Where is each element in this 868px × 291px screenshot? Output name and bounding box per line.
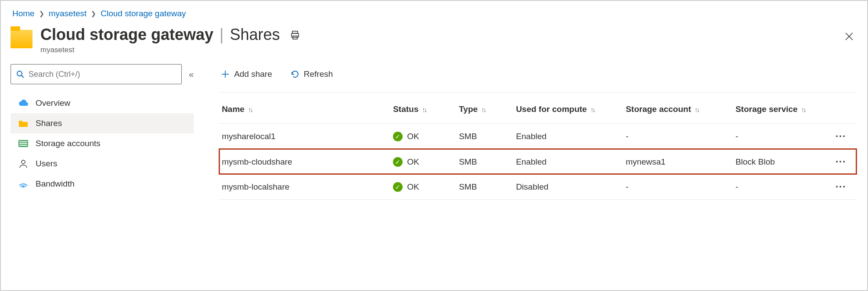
cell-compute: Disabled	[516, 182, 626, 192]
chevron-right-icon: ❯	[39, 10, 44, 17]
sidebar-item-overview[interactable]: Overview	[11, 93, 194, 113]
col-service[interactable]: Storage service ↑↓	[735, 104, 828, 114]
refresh-button[interactable]: Refresh	[289, 67, 335, 82]
col-service-label: Storage service	[735, 104, 798, 114]
sidebar-item-label: Bandwidth	[36, 179, 75, 189]
table-body: mysharelocal1✓OKSMBEnabled--···mysmb-clo…	[219, 123, 857, 200]
page-subtitle: myasetest	[40, 46, 280, 54]
refresh-icon	[291, 70, 299, 79]
col-status-label: Status	[393, 104, 418, 114]
status-ok-icon: ✓	[393, 157, 403, 167]
cell-compute: Enabled	[516, 132, 626, 141]
title-sub: Shares	[230, 25, 280, 44]
search-box[interactable]	[11, 64, 182, 84]
title-separator: |	[220, 25, 223, 44]
cell-name: mysmb-localshare	[222, 182, 393, 192]
status-ok-icon: ✓	[393, 182, 403, 192]
storage-icon	[18, 140, 29, 147]
svg-rect-9	[19, 143, 27, 144]
status-text: OK	[407, 157, 419, 167]
sidebar-item-bandwidth[interactable]: Bandwidth	[11, 174, 194, 194]
cell-account: -	[626, 132, 735, 141]
svg-line-6	[22, 75, 24, 78]
sort-icon: ↑↓	[695, 106, 699, 113]
breadcrumb: Home ❯ myasetest ❯ Cloud storage gateway	[1, 1, 867, 23]
cell-name: mysharelocal1	[222, 132, 393, 141]
sidebar-item-label: Storage accounts	[36, 139, 101, 148]
bandwidth-icon	[18, 180, 29, 187]
row-actions-button[interactable]: ···	[828, 156, 854, 168]
cell-status: ✓OK	[393, 182, 459, 192]
row-actions-button[interactable]: ···	[828, 181, 854, 193]
cell-status: ✓OK	[393, 132, 459, 141]
sidebar-item-shares[interactable]: Shares	[11, 113, 194, 133]
breadcrumb-home[interactable]: Home	[12, 9, 35, 18]
table-row[interactable]: mysmb-cloudshare✓OKSMBEnabledmynewsa1Blo…	[219, 149, 857, 174]
svg-rect-10	[19, 145, 27, 146]
page-header: Cloud storage gateway | Shares myasetest	[1, 23, 867, 64]
add-share-button[interactable]: Add share	[219, 67, 274, 82]
print-button[interactable]	[290, 30, 300, 40]
cloud-icon	[18, 100, 29, 107]
cell-service: -	[735, 182, 828, 192]
col-name[interactable]: Name ↑↓	[222, 104, 393, 114]
sidebar: « Overview Shares Storage accounts	[1, 64, 202, 200]
toolbar: Add share Refresh	[219, 64, 857, 84]
col-account-label: Storage account	[626, 104, 691, 114]
add-share-label: Add share	[234, 69, 272, 79]
svg-rect-8	[19, 141, 27, 142]
col-compute[interactable]: Used for compute ↑↓	[516, 104, 626, 114]
user-icon	[18, 159, 29, 168]
sort-icon: ↑↓	[422, 106, 426, 113]
table-header: Name ↑↓ Status ↑↓ Type ↑↓ Used for compu…	[219, 95, 857, 123]
sidebar-item-storage-accounts[interactable]: Storage accounts	[11, 133, 194, 154]
refresh-label: Refresh	[304, 69, 333, 79]
folder-icon	[11, 30, 32, 48]
plus-icon	[221, 70, 230, 79]
table-row[interactable]: mysmb-localshare✓OKSMBDisabled--···	[219, 174, 857, 200]
cell-service: Block Blob	[735, 157, 828, 167]
table-row[interactable]: mysharelocal1✓OKSMBEnabled--···	[219, 123, 857, 149]
search-icon	[16, 70, 24, 78]
cell-status: ✓OK	[393, 157, 459, 167]
sidebar-nav: Overview Shares Storage accounts Users	[11, 93, 194, 194]
status-ok-icon: ✓	[393, 132, 403, 141]
col-name-label: Name	[222, 104, 245, 114]
col-account[interactable]: Storage account ↑↓	[626, 104, 735, 114]
sort-icon: ↑↓	[591, 106, 594, 113]
sort-icon: ↑↓	[481, 106, 485, 113]
folder-icon	[18, 119, 29, 127]
cell-service: -	[735, 132, 828, 141]
toolbar-divider	[219, 92, 857, 93]
cell-account: mynewsa1	[626, 157, 735, 167]
title-main: Cloud storage gateway	[40, 25, 213, 44]
sort-icon: ↑↓	[248, 106, 252, 113]
breadcrumb-section[interactable]: Cloud storage gateway	[101, 9, 186, 18]
cell-account: -	[626, 182, 735, 192]
cell-type: SMB	[459, 182, 516, 192]
cell-compute: Enabled	[516, 157, 626, 167]
sidebar-item-label: Overview	[36, 98, 70, 108]
cell-type: SMB	[459, 132, 516, 141]
row-actions-button[interactable]: ···	[828, 131, 854, 142]
collapse-sidebar-button[interactable]: «	[189, 69, 194, 79]
sidebar-item-label: Users	[36, 159, 58, 169]
close-button[interactable]	[843, 30, 856, 43]
sidebar-item-users[interactable]: Users	[11, 154, 194, 174]
svg-point-5	[17, 71, 22, 76]
cell-type: SMB	[459, 157, 516, 167]
col-status[interactable]: Status ↑↓	[393, 104, 459, 114]
col-compute-label: Used for compute	[516, 104, 587, 114]
svg-point-12	[23, 187, 24, 187]
page-title: Cloud storage gateway | Shares	[40, 25, 280, 44]
status-text: OK	[407, 182, 419, 192]
search-input[interactable]	[29, 70, 176, 79]
main-content: Add share Refresh Name ↑↓ Status ↑↓ Type	[202, 64, 867, 200]
sort-icon: ↑↓	[801, 106, 805, 113]
chevron-double-left-icon: «	[189, 69, 194, 79]
col-type[interactable]: Type ↑↓	[459, 104, 516, 114]
svg-point-11	[22, 160, 25, 164]
close-icon	[844, 32, 854, 41]
printer-icon	[290, 30, 300, 40]
breadcrumb-resource[interactable]: myasetest	[49, 9, 87, 18]
